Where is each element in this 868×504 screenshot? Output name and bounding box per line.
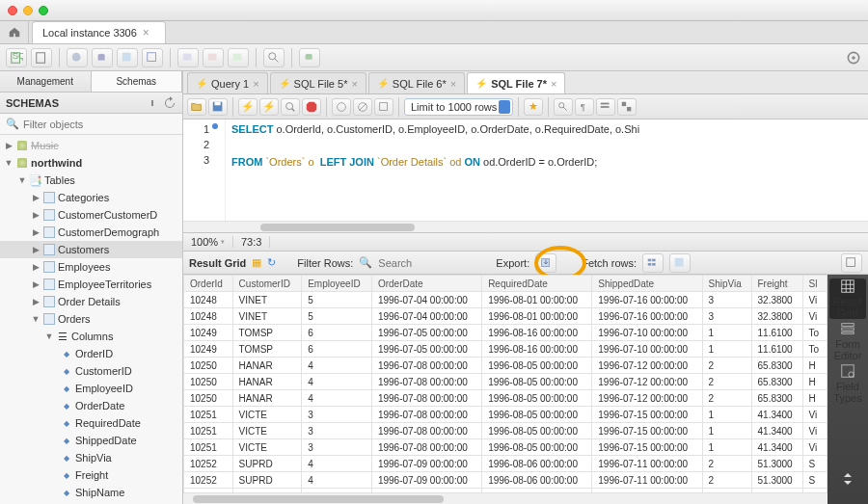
close-icon[interactable]: × xyxy=(351,78,357,90)
table-cell[interactable]: 10250 xyxy=(184,374,233,390)
table-cell[interactable]: To xyxy=(802,341,827,358)
tree-column[interactable]: ShipVia xyxy=(0,449,182,466)
close-window-icon[interactable] xyxy=(8,6,17,15)
tree-table-employeeterritories[interactable]: ▶EmployeeTerritories xyxy=(0,276,182,293)
table-cell[interactable]: 2 xyxy=(702,374,751,390)
table-cell[interactable]: 1 xyxy=(702,341,751,358)
table-cell[interactable]: 1996-07-08 00:00:00 xyxy=(371,439,481,456)
table-cell[interactable]: 1 xyxy=(702,407,751,423)
table-cell[interactable]: 10252 xyxy=(184,472,233,489)
table-cell[interactable]: 1996-08-05 00:00:00 xyxy=(482,423,592,439)
query-tab-file5[interactable]: ⚡SQL File 5*× xyxy=(270,72,366,93)
table-cell[interactable]: 1996-07-08 00:00:00 xyxy=(371,390,481,407)
close-icon[interactable]: × xyxy=(253,78,258,90)
execute-button[interactable]: ⚡ xyxy=(238,98,258,116)
field-types-mode-button[interactable]: Field Types xyxy=(829,363,866,404)
query-tab-file6[interactable]: ⚡SQL File 6*× xyxy=(368,72,465,93)
table-row[interactable]: 10252SUPRD41996-07-09 00:00:001996-08-06… xyxy=(184,456,827,472)
table-cell[interactable]: 1996-07-05 00:00:00 xyxy=(371,341,481,358)
scrollbar-thumb[interactable] xyxy=(260,224,415,231)
table-cell[interactable]: HANAR xyxy=(232,358,302,374)
tree-table-categories[interactable]: ▶Categories xyxy=(0,189,182,206)
table-cell[interactable]: HANAR xyxy=(232,390,302,407)
tree-table-orderdetails[interactable]: ▶Order Details xyxy=(0,293,182,310)
add-trigger-button[interactable] xyxy=(228,48,249,67)
beautify-button[interactable]: ★ xyxy=(524,98,543,116)
table-cell[interactable]: 6 xyxy=(302,341,372,358)
export-button[interactable] xyxy=(535,253,556,273)
save-file-button[interactable] xyxy=(208,98,228,116)
table-cell[interactable]: H xyxy=(802,374,827,390)
table-cell[interactable]: 4 xyxy=(302,472,372,489)
wrap-button[interactable] xyxy=(596,98,615,116)
result-grid[interactable]: OrderIdCustomerIDEmployeeIDOrderDateRequ… xyxy=(183,275,827,504)
table-cell[interactable]: 11.6100 xyxy=(751,341,802,358)
table-cell[interactable]: 1996-08-16 00:00:00 xyxy=(482,325,592,341)
table-cell[interactable]: 32.3800 xyxy=(751,308,802,325)
table-cell[interactable]: 1996-07-16 00:00:00 xyxy=(592,292,702,308)
table-cell[interactable]: 1 xyxy=(702,423,751,439)
table-cell[interactable]: SUPRD xyxy=(232,456,302,472)
table-cell[interactable]: 1 xyxy=(702,439,751,456)
table-cell[interactable]: TOMSP xyxy=(232,341,302,358)
table-cell[interactable]: 1996-07-12 00:00:00 xyxy=(592,358,702,374)
table-cell[interactable]: 10249 xyxy=(184,325,233,341)
add-table-button[interactable] xyxy=(117,48,138,67)
tab-schemas[interactable]: Schemas xyxy=(92,71,183,92)
table-cell[interactable]: 1996-07-10 00:00:00 xyxy=(592,325,702,341)
table-row[interactable]: 10251VICTE31996-07-08 00:00:001996-08-05… xyxy=(184,439,827,456)
table-cell[interactable]: 1996-07-08 00:00:00 xyxy=(371,358,481,374)
table-row[interactable]: 10251VICTE31996-07-08 00:00:001996-08-05… xyxy=(184,407,827,423)
table-cell[interactable]: Vi xyxy=(802,439,827,456)
table-cell[interactable]: 1996-07-08 00:00:00 xyxy=(371,423,481,439)
table-row[interactable]: 10248VINET51996-07-04 00:00:001996-08-01… xyxy=(184,292,827,308)
reconnect-button[interactable] xyxy=(299,48,320,67)
table-cell[interactable]: To xyxy=(802,325,827,341)
table-cell[interactable]: 1996-07-11 00:00:00 xyxy=(592,456,702,472)
tree-folder-tables[interactable]: ▼📑Tables xyxy=(0,172,182,189)
tree-column[interactable]: ShippedDate xyxy=(0,432,182,449)
table-cell[interactable]: 4 xyxy=(302,358,372,374)
minimize-window-icon[interactable] xyxy=(23,6,33,15)
table-cell[interactable]: 3 xyxy=(302,423,372,439)
table-cell[interactable]: VICTE xyxy=(232,423,302,439)
table-cell[interactable]: HANAR xyxy=(232,374,302,390)
query-tab-file7[interactable]: ⚡SQL File 7*× xyxy=(467,72,565,93)
tree-db-northwind[interactable]: ▼northwind xyxy=(0,154,182,172)
table-cell[interactable]: 1996-07-05 00:00:00 xyxy=(371,325,481,341)
table-cell[interactable]: 1996-07-04 00:00:00 xyxy=(371,308,481,325)
tab-management[interactable]: Management xyxy=(0,71,92,92)
toggle-invisible-button[interactable]: ¶ xyxy=(575,98,594,116)
scrollbar-thumb[interactable] xyxy=(193,495,444,503)
table-cell[interactable]: 1996-07-15 00:00:00 xyxy=(592,423,702,439)
refresh-icon[interactable]: ↻ xyxy=(267,256,276,269)
table-row[interactable]: 10252SUPRD41996-07-09 00:00:001996-08-06… xyxy=(184,472,827,489)
column-header[interactable]: CustomerID xyxy=(232,276,302,292)
close-icon[interactable]: × xyxy=(450,78,456,90)
tree-column[interactable]: RequiredDate xyxy=(0,414,182,432)
table-cell[interactable]: 1996-07-15 00:00:00 xyxy=(592,407,702,423)
filter-objects-input[interactable] xyxy=(23,119,176,130)
table-cell[interactable]: 10251 xyxy=(184,439,233,456)
table-cell[interactable]: 4 xyxy=(302,456,372,472)
table-cell[interactable]: 10249 xyxy=(184,341,233,358)
table-cell[interactable]: 1996-07-11 00:00:00 xyxy=(592,472,702,489)
table-cell[interactable]: VICTE xyxy=(232,439,302,456)
table-cell[interactable]: H xyxy=(802,358,827,374)
zoom-window-icon[interactable] xyxy=(39,6,48,15)
table-cell[interactable]: Vi xyxy=(802,423,827,439)
tree-column[interactable]: ShipName xyxy=(0,484,182,501)
table-cell[interactable]: 11.6100 xyxy=(751,325,802,341)
table-row[interactable]: 10249TOMSP61996-07-05 00:00:001996-08-16… xyxy=(184,341,827,358)
table-cell[interactable]: 6 xyxy=(302,325,372,341)
table-cell[interactable]: 1996-07-12 00:00:00 xyxy=(592,390,702,407)
tree-table-customers[interactable]: ▶Customers xyxy=(0,241,182,258)
table-cell[interactable]: Vi xyxy=(802,308,827,325)
refresh-icon[interactable] xyxy=(163,96,176,110)
snippets-button[interactable] xyxy=(617,98,637,116)
table-cell[interactable]: 3 xyxy=(302,407,372,423)
table-cell[interactable]: VINET xyxy=(232,292,302,308)
table-cell[interactable]: 1996-07-16 00:00:00 xyxy=(592,308,702,325)
zoom-level[interactable]: 100%▾ xyxy=(183,236,233,248)
tree-column[interactable]: Freight xyxy=(0,466,182,484)
